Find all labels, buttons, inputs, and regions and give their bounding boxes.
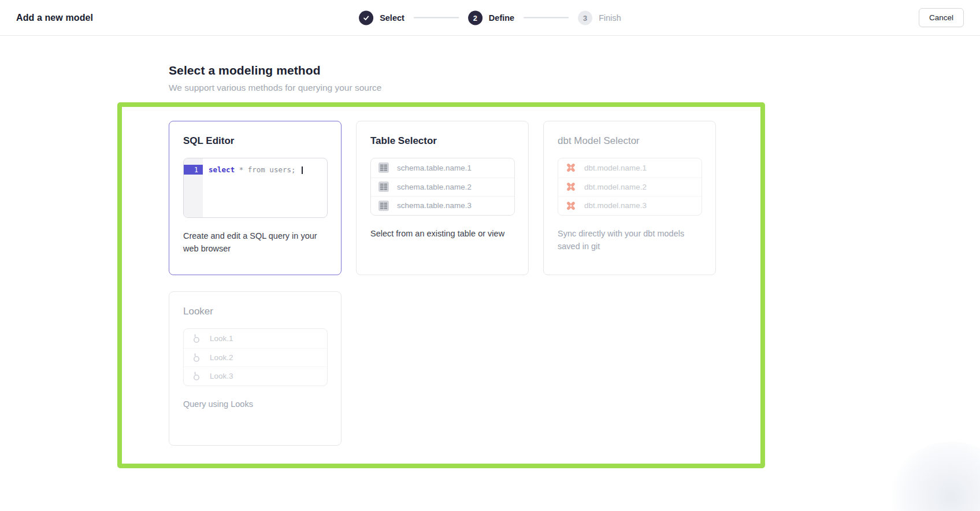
- card-looker-title: Looker: [183, 306, 327, 317]
- main-content: Select a modeling method We support vari…: [0, 36, 980, 446]
- table-grid-icon: [377, 199, 389, 212]
- corner-widget-ghost: [890, 442, 980, 511]
- card-dbt-model-selector[interactable]: dbt Model Selector dbt.model.name.1 dbt.…: [543, 121, 716, 275]
- step-finish: 3 Finish: [578, 10, 621, 25]
- table-grid-icon: [377, 181, 389, 193]
- card-sql-editor-description: Create and edit a SQL query in your web …: [183, 229, 325, 255]
- step-define: 2 Define: [468, 10, 514, 25]
- check-icon: [360, 12, 372, 24]
- card-sql-editor[interactable]: SQL Editor 1 select * from users; Create…: [169, 121, 341, 275]
- looker-pin-icon: [190, 351, 202, 364]
- step-select-label: Select: [380, 13, 404, 23]
- list-item: Look.1: [184, 329, 327, 348]
- looker-item-label: Look.3: [210, 372, 233, 380]
- step-connector: [414, 17, 459, 18]
- looker-list-preview: Look.1 Look.2 Look.3: [183, 328, 328, 386]
- step-define-label: Define: [489, 13, 514, 23]
- step-finish-label: Finish: [599, 13, 621, 23]
- card-looker-description: Query using Looks: [183, 398, 325, 410]
- page-title: Add a new model: [16, 13, 93, 23]
- wizard-header: Add a new model Select 2 Define 3 Finish…: [0, 0, 980, 36]
- table-item-label: schema.table.name.3: [397, 201, 472, 210]
- table-item-label: schema.table.name.2: [397, 183, 472, 191]
- sql-line-number: 1: [184, 165, 203, 175]
- card-table-selector[interactable]: Table Selector schema.table.name.1 schem…: [356, 121, 529, 275]
- section-subheading: We support various methods for querying …: [169, 83, 980, 93]
- wizard-stepper: Select 2 Define 3 Finish: [359, 10, 621, 25]
- dbt-pinwheel-icon: [565, 181, 577, 193]
- dbt-item-label: dbt.model.name.2: [584, 183, 647, 191]
- section-heading: Select a modeling method: [169, 64, 980, 77]
- list-item: Look.3: [184, 366, 327, 386]
- table-list-preview: schema.table.name.1 schema.table.name.2 …: [370, 158, 515, 216]
- step-connector: [524, 17, 569, 18]
- card-dbt-description: Sync directly with your dbt models saved…: [558, 227, 699, 253]
- looker-pin-icon: [190, 332, 202, 345]
- dbt-pinwheel-icon: [565, 199, 577, 212]
- list-item: schema.table.name.1: [371, 158, 514, 177]
- sql-editor-gutter: 1: [184, 158, 203, 217]
- dbt-item-label: dbt.model.name.1: [584, 164, 647, 172]
- text-cursor: [302, 166, 303, 174]
- method-cards-grid: SQL Editor 1 select * from users; Create…: [169, 121, 980, 446]
- sql-keyword: select: [209, 165, 235, 174]
- list-item: dbt.model.name.1: [558, 158, 701, 177]
- list-item: schema.table.name.3: [371, 196, 514, 215]
- sql-editor-preview: 1 select * from users;: [183, 158, 328, 218]
- table-item-label: schema.table.name.1: [397, 164, 472, 172]
- step-finish-indicator: 3: [578, 10, 592, 25]
- looker-pin-icon: [190, 370, 202, 382]
- list-item: dbt.model.name.3: [558, 196, 701, 215]
- step-select: Select: [359, 10, 404, 25]
- card-table-selector-description: Select from an existing table or view: [370, 227, 512, 240]
- dbt-item-label: dbt.model.name.3: [584, 201, 647, 210]
- card-table-selector-title: Table Selector: [370, 135, 514, 147]
- cancel-button[interactable]: Cancel: [919, 8, 964, 27]
- card-sql-editor-title: SQL Editor: [183, 135, 327, 147]
- sql-code-line: select * from users;: [203, 158, 327, 217]
- list-item: schema.table.name.2: [371, 177, 514, 197]
- list-item: Look.2: [184, 348, 327, 367]
- card-dbt-title: dbt Model Selector: [558, 135, 701, 147]
- looker-item-label: Look.2: [210, 353, 233, 362]
- table-grid-icon: [377, 162, 389, 174]
- step-define-indicator: 2: [468, 10, 482, 25]
- looker-item-label: Look.1: [210, 334, 233, 343]
- list-item: dbt.model.name.2: [558, 177, 701, 197]
- dbt-pinwheel-icon: [565, 162, 577, 174]
- step-select-indicator: [359, 10, 373, 25]
- dbt-list-preview: dbt.model.name.1 dbt.model.name.2 dbt.mo…: [558, 158, 702, 216]
- sql-code-rest: * from users;: [235, 165, 300, 174]
- card-looker[interactable]: Looker Look.1 Look.2: [169, 291, 341, 446]
